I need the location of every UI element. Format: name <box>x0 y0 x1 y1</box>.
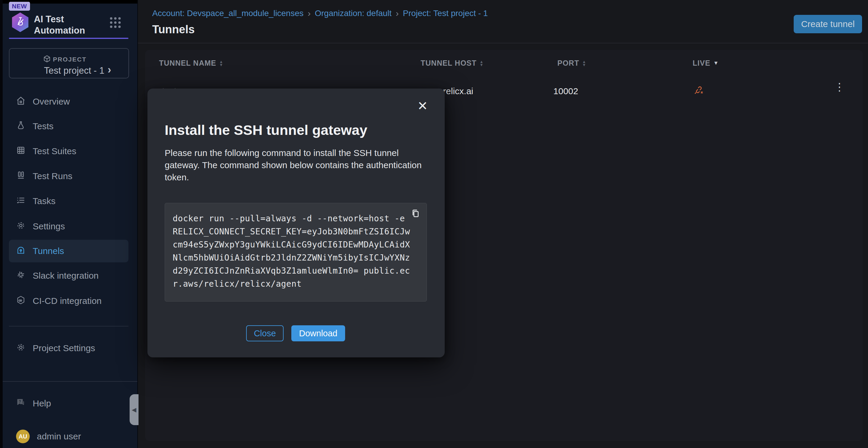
home-icon <box>16 96 26 107</box>
app-logo[interactable] <box>11 12 30 32</box>
column-header-port[interactable]: PORT ▲▼ <box>557 59 586 67</box>
sidebar-item-test-runs[interactable]: Test Runs <box>9 165 128 188</box>
sidebar-item-label: Project Settings <box>33 343 95 353</box>
test-runs-icon <box>16 170 26 182</box>
sidebar-bottom-divider <box>0 381 137 382</box>
breadcrumb-account[interactable]: Account: Devspace_all_module_licenses <box>152 9 304 18</box>
port-cell: 10002 <box>526 86 578 96</box>
sidebar-item-label: Slack integration <box>33 270 99 281</box>
checklist-icon <box>16 195 26 207</box>
tunnel-icon <box>16 246 26 257</box>
sort-icon: ▲▼ <box>219 60 223 67</box>
brand-accent-divider <box>9 38 128 39</box>
sidebar-divider <box>9 326 128 326</box>
column-label: LIVE <box>693 59 710 67</box>
sort-icon: ▲▼ <box>582 60 586 67</box>
sidebar-item-project-settings[interactable]: Project Settings <box>9 337 128 359</box>
project-label: PROJECT <box>53 56 87 63</box>
sidebar-item-label: Test Suites <box>33 146 76 156</box>
app-title: AI Test Automation <box>34 14 85 36</box>
sidebar-item-label: Test Runs <box>33 171 72 181</box>
column-header-live[interactable]: LIVE ▼ <box>693 59 719 67</box>
sidebar-item-label: CI-CD integration <box>33 296 102 306</box>
sort-desc-icon: ▼ <box>713 60 719 66</box>
column-label: TUNNEL HOST <box>421 59 476 67</box>
column-label: TUNNEL NAME <box>159 59 216 67</box>
sidebar-item-tasks[interactable]: Tasks <box>9 190 128 213</box>
help-chat-icon: ? <box>16 398 26 409</box>
avatar: AU <box>16 429 30 443</box>
modal-title: Install the SSH tunnel gateway <box>165 122 367 138</box>
install-ssh-gateway-modal: ✕ Install the SSH tunnel gateway Please … <box>148 89 445 357</box>
collapse-arrow-icon: ◀ <box>132 406 136 413</box>
flask-link-icon <box>15 17 26 28</box>
create-tunnel-button[interactable]: Create tunnel <box>794 15 862 33</box>
page-title: Tunnels <box>152 23 195 36</box>
sidebar-item-label: Overview <box>33 97 70 107</box>
sidebar-item-label: Tasks <box>33 196 56 206</box>
svg-text:?: ? <box>19 399 21 404</box>
column-label: PORT <box>557 59 579 67</box>
apps-grid-icon[interactable] <box>110 17 123 29</box>
command-code-block: docker run --pull=always -d --network=ho… <box>165 203 427 301</box>
column-header-tunnel-name[interactable]: TUNNEL NAME ▲▼ <box>159 59 223 67</box>
sidebar-item-settings[interactable]: Settings <box>9 215 128 238</box>
sidebar-item-tests[interactable]: Tests <box>9 115 128 137</box>
sidebar-item-overview[interactable]: Overview <box>9 90 128 113</box>
sidebar: NEW AI Test Automation PROJECT Test proj… <box>0 0 138 448</box>
sidebar-item-slack-integration[interactable]: Slack integration <box>9 264 128 287</box>
package-icon <box>43 55 51 64</box>
row-actions-kebab-icon[interactable]: ⋮ <box>834 82 845 92</box>
sidebar-collapse-handle[interactable]: ◀ <box>130 394 138 425</box>
new-badge: NEW <box>9 2 30 11</box>
sidebar-item-label: Tests <box>33 121 54 131</box>
chevron-right-icon: › <box>107 64 111 76</box>
modal-description: Please run the following command to inst… <box>165 147 426 183</box>
sidebar-item-label: Help <box>33 398 51 409</box>
column-header-tunnel-host[interactable]: TUNNEL HOST ▲▼ <box>421 59 484 67</box>
sort-icon: ▲▼ <box>479 60 484 67</box>
chevron-separator-icon: › <box>304 8 315 19</box>
chevron-separator-icon: › <box>392 8 403 19</box>
modal-download-button[interactable]: Download <box>291 325 345 341</box>
close-icon[interactable]: ✕ <box>417 100 428 112</box>
modal-close-button[interactable]: Close <box>246 325 284 341</box>
sidebar-item-help[interactable]: ? Help <box>9 392 128 415</box>
user-menu[interactable]: AU admin user <box>9 425 128 448</box>
breadcrumb: Account: Devspace_all_module_licenses › … <box>152 8 488 19</box>
sidebar-item-label: Tunnels <box>33 246 64 256</box>
flask-icon <box>16 121 26 132</box>
grid-table-icon <box>16 146 26 157</box>
project-selector[interactable]: PROJECT Test project - 1 › <box>9 48 129 78</box>
user-name: admin user <box>37 431 81 442</box>
breadcrumb-organization[interactable]: Organization: default <box>315 9 392 18</box>
copy-icon[interactable] <box>410 208 421 220</box>
slack-icon <box>16 270 26 282</box>
gear-icon <box>16 221 26 232</box>
sidebar-item-tunnels[interactable]: Tunnels <box>9 240 128 262</box>
gear-icon <box>16 343 26 354</box>
disconnected-plug-icon <box>693 84 704 97</box>
sidebar-item-test-suites[interactable]: Test Suites <box>9 140 128 162</box>
project-name: Test project - 1 <box>44 65 104 76</box>
docker-command: docker run --pull=always -d --network=ho… <box>165 203 427 291</box>
header-divider <box>138 43 868 43</box>
cicd-infinity-icon <box>16 295 26 307</box>
breadcrumb-project[interactable]: Project: Test project - 1 <box>403 9 488 18</box>
window-edge-left <box>0 0 3 448</box>
sidebar-item-label: Settings <box>33 221 65 231</box>
sidebar-item-cicd-integration[interactable]: CI-CD integration <box>9 290 128 312</box>
